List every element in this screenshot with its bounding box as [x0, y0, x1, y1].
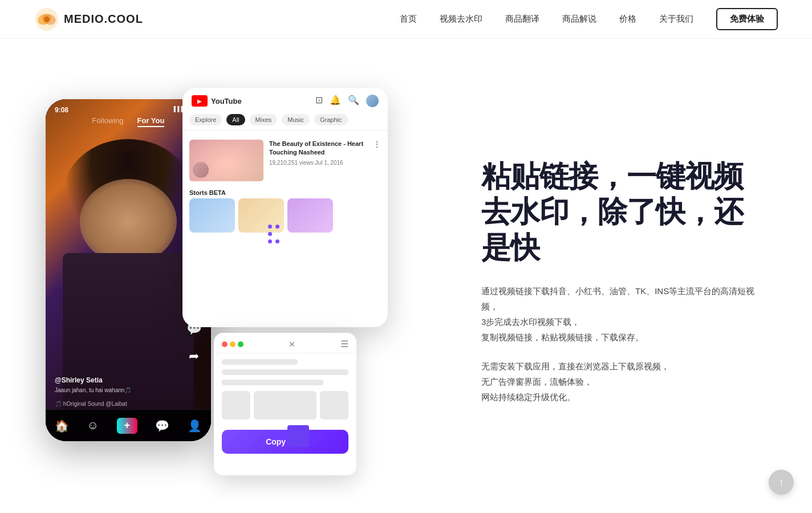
deco-dot-4 — [275, 232, 279, 236]
popup-box-1 — [222, 391, 250, 420]
yt-shorts-label: Storts BETA — [189, 186, 381, 198]
yt-logo: ▶ YouTube — [192, 95, 242, 107]
tab-explore[interactable]: Explore — [189, 114, 222, 125]
deco-dot-2 — [275, 225, 279, 229]
bell-icon: 🔔 — [330, 95, 341, 107]
yt-logo-text: YouTube — [211, 97, 242, 105]
tab-all[interactable]: All — [226, 114, 245, 125]
purple-square-decoration — [287, 425, 309, 447]
yt-short-3 — [287, 198, 333, 233]
popup-content: Copy Link — [214, 353, 356, 459]
popup-box-3 — [320, 391, 348, 420]
logo-icon — [34, 7, 59, 32]
nav-watermark[interactable]: 视频去水印 — [440, 14, 482, 25]
navbar: MEDIO.COOL 首页 视频去水印 商品翻译 商品解说 价格 关于我们 免费… — [0, 0, 812, 39]
yt-content: The Beauty of Existence - Heart Touching… — [182, 131, 388, 237]
hero-description-2: 无需安装下载应用，直接在浏览器上下载原视频， 无广告弹窗界面，流畅体验， 网站持… — [481, 359, 766, 405]
close-dot — [222, 341, 228, 347]
popup-header: ✕ ☰ — [214, 333, 356, 353]
yt-shorts-row — [189, 198, 381, 233]
phone-area: 9:08 ▌▌▌ 📶 🔋 Following For You + — [46, 88, 411, 475]
copy-link-button[interactable]: Copy Link — [222, 430, 348, 454]
inbox-icon: 💬 — [155, 419, 169, 433]
more-icon[interactable]: ⋮ — [373, 140, 381, 181]
copy-link-popup: ✕ ☰ Copy Link — [214, 333, 356, 475]
create-icon: + — [117, 418, 137, 434]
minimize-dot — [230, 341, 236, 347]
tiktok-share: ➦ — [185, 349, 203, 367]
yt-short-1 — [189, 198, 235, 233]
nav-explain[interactable]: 商品解说 — [562, 14, 596, 25]
hero-description-1: 通过视频链接下载抖音、小红书、油管、TK、INS等主流平台的高清短视频， 3步完… — [481, 283, 766, 345]
logo-text: MEDIO.COOL — [64, 13, 143, 26]
nav-home[interactable]: 首页 — [400, 14, 417, 25]
yt-video-meta: 19,210,251 views·Jul 1, 2016 — [269, 160, 367, 166]
yt-logo-icon: ▶ — [192, 95, 208, 107]
maximize-dot — [238, 341, 243, 347]
tiktok-song: Jaaun jahan, tu hai wahann🎵 — [55, 387, 131, 393]
home-icon: 🏠 — [55, 419, 69, 433]
hero-text-area: 粘贴链接，一键视频去水印，除了快，还是快 通过视频链接下载抖音、小红书、油管、T… — [436, 158, 766, 405]
tab-music[interactable]: Music — [282, 114, 310, 125]
svg-point-3 — [44, 17, 50, 22]
yt-header: ▶ YouTube ⊡ 🔔 🔍 — [182, 88, 388, 114]
deco-dot-5 — [268, 239, 272, 243]
popup-menu-icon[interactable]: ☰ — [340, 339, 348, 349]
popup-close-icon[interactable]: ✕ — [289, 340, 295, 349]
tab-following[interactable]: Following — [92, 116, 124, 127]
main-content: 9:08 ▌▌▌ 📶 🔋 Following For You + — [0, 39, 812, 513]
cast-icon: ⊡ — [315, 95, 323, 107]
hero-title: 粘贴链接，一键视频去水印，除了快，还是快 — [481, 158, 766, 265]
friends-icon: ☺ — [87, 419, 99, 432]
yt-tabs: Explore All Mixes Music Graphic — [182, 114, 388, 131]
search-icon[interactable]: 🔍 — [348, 95, 359, 107]
tab-graphic[interactable]: Graphic — [314, 114, 348, 125]
popup-dots — [222, 341, 243, 347]
deco-dot-1 — [268, 225, 272, 229]
logo[interactable]: MEDIO.COOL — [34, 7, 143, 32]
tiktok-bottom-nav: 🏠 ☺ + 💬 👤 — [46, 409, 211, 441]
yt-video-card: The Beauty of Existence - Heart Touching… — [189, 135, 381, 186]
free-trial-button[interactable]: 免费体验 — [716, 8, 778, 30]
nav-about[interactable]: 关于我们 — [659, 14, 693, 25]
skeleton-line-1 — [222, 359, 298, 365]
nav-links: 首页 视频去水印 商品翻译 商品解说 价格 关于我们 免费体验 — [400, 8, 778, 30]
skeleton-line-2 — [222, 369, 348, 375]
deco-dot-6 — [275, 239, 279, 243]
tab-foryou[interactable]: For You — [137, 116, 165, 127]
yt-video-info: The Beauty of Existence - Heart Touching… — [269, 140, 367, 181]
yt-header-icons: ⊡ 🔔 🔍 — [315, 95, 379, 107]
popup-boxes — [222, 391, 348, 420]
nav-price[interactable]: 价格 — [619, 14, 636, 25]
dots-decoration — [268, 225, 279, 243]
tiktok-sound: 🎵 hOriginal Sound @Laibat — [55, 401, 127, 407]
profile-icon: 👤 — [188, 419, 202, 433]
skeleton-line-3 — [222, 380, 323, 385]
youtube-phone: ▶ YouTube ⊡ 🔔 🔍 Explore All Mixes Music … — [182, 88, 388, 327]
popup-box-2 — [254, 391, 316, 420]
nav-translate[interactable]: 商品翻译 — [505, 14, 539, 25]
yt-video-title: The Beauty of Existence - Heart Touching… — [269, 140, 367, 157]
tiktok-time: 9:08 — [55, 106, 68, 114]
tab-mixes[interactable]: Mixes — [250, 114, 278, 125]
yt-thumbnail — [189, 140, 263, 181]
tiktok-username: @Shirley Setia — [55, 376, 103, 384]
scroll-to-top-button[interactable]: ↑ — [769, 470, 794, 495]
deco-dot-3 — [268, 232, 272, 236]
